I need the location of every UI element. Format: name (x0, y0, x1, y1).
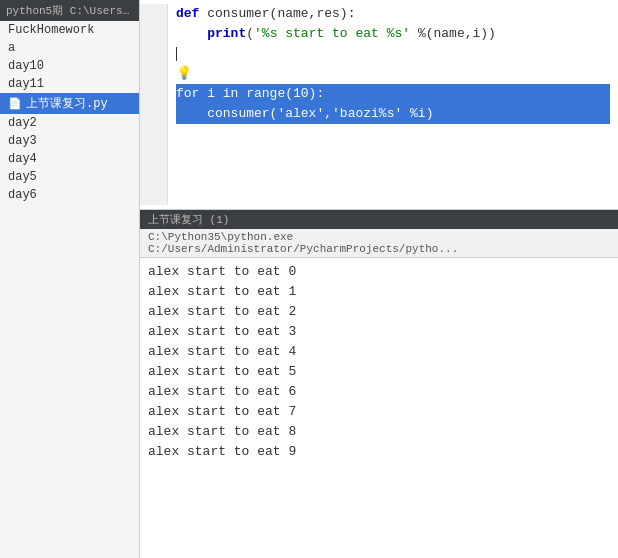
sidebar-item-label-7: day4 (8, 152, 37, 166)
sidebar-item-7[interactable]: day4 (0, 150, 139, 168)
output-line-4: alex start to eat 4 (148, 342, 610, 362)
code-line-5[interactable]: consumer('alex','baozi%s' %i) (176, 104, 610, 124)
sidebar: python5期 C:\Users\Adm... FuckHomeworkada… (0, 0, 140, 558)
output-line-2: alex start to eat 2 (148, 302, 610, 322)
editor: def consumer(name,res): print('%s start … (140, 0, 618, 210)
sidebar-item-9[interactable]: day6 (0, 186, 139, 204)
sidebar-item-label-6: day3 (8, 134, 37, 148)
sidebar-item-3[interactable]: day11 (0, 75, 139, 93)
output-header: C:\Python35\python.exe C:/Users/Administ… (140, 229, 618, 258)
file-icon-4: 📄 (8, 97, 22, 110)
line-numbers (140, 4, 168, 205)
output-line-6: alex start to eat 6 (148, 382, 610, 402)
sidebar-items: FuckHomeworkaday10day11📄上节课复习.pyday2day3… (0, 21, 139, 204)
main: def consumer(name,res): print('%s start … (140, 0, 618, 558)
sidebar-item-6[interactable]: day3 (0, 132, 139, 150)
tab-bar: 上节课复习 (1) (140, 210, 618, 229)
output-cmd: C:\Python35\python.exe C:/Users/Administ… (148, 231, 610, 255)
sidebar-item-1[interactable]: a (0, 39, 139, 57)
line-num-2 (144, 44, 163, 64)
code-line-1[interactable]: print('%s start to eat %s' %(name,i)) (176, 24, 610, 44)
line-num-4 (144, 84, 163, 104)
sidebar-item-5[interactable]: day2 (0, 114, 139, 132)
sidebar-item-label-8: day5 (8, 170, 37, 184)
editor-content: def consumer(name,res): print('%s start … (140, 0, 618, 209)
sidebar-item-0[interactable]: FuckHomework (0, 21, 139, 39)
lightbulb-icon: 💡 (176, 64, 192, 84)
code-area[interactable]: def consumer(name,res): print('%s start … (168, 4, 618, 205)
output-line-3: alex start to eat 3 (148, 322, 610, 342)
line-num-3 (144, 64, 163, 84)
line-num-0 (144, 4, 163, 24)
line-num-5 (144, 104, 163, 124)
sidebar-item-label-9: day6 (8, 188, 37, 202)
output-line-0: alex start to eat 0 (148, 262, 610, 282)
output-line-1: alex start to eat 1 (148, 282, 610, 302)
sidebar-item-8[interactable]: day5 (0, 168, 139, 186)
text-cursor (176, 47, 177, 61)
output-body[interactable]: alex start to eat 0alex start to eat 1al… (140, 258, 618, 558)
sidebar-header: python5期 C:\Users\Adm... (0, 0, 139, 21)
sidebar-item-2[interactable]: day10 (0, 57, 139, 75)
code-line-0[interactable]: def consumer(name,res): (176, 4, 610, 24)
tab-label: 上节课复习 (1) (148, 212, 229, 227)
sidebar-item-4[interactable]: 📄上节课复习.py (0, 93, 139, 114)
output-line-5: alex start to eat 5 (148, 362, 610, 382)
code-line-4[interactable]: for i in range(10): (176, 84, 610, 104)
sidebar-item-label-3: day11 (8, 77, 44, 91)
output-panel: C:\Python35\python.exe C:/Users/Administ… (140, 229, 618, 558)
sidebar-item-label-4: 上节课复习.py (26, 95, 108, 112)
sidebar-item-label-5: day2 (8, 116, 37, 130)
lightbulb-row: 💡 (176, 64, 610, 84)
sidebar-item-label-0: FuckHomework (8, 23, 94, 37)
sidebar-item-label-2: day10 (8, 59, 44, 73)
sidebar-item-label-1: a (8, 41, 15, 55)
line-num-1 (144, 24, 163, 44)
code-line-2[interactable] (176, 44, 610, 64)
output-line-8: alex start to eat 8 (148, 422, 610, 442)
output-line-9: alex start to eat 9 (148, 442, 610, 462)
output-line-7: alex start to eat 7 (148, 402, 610, 422)
